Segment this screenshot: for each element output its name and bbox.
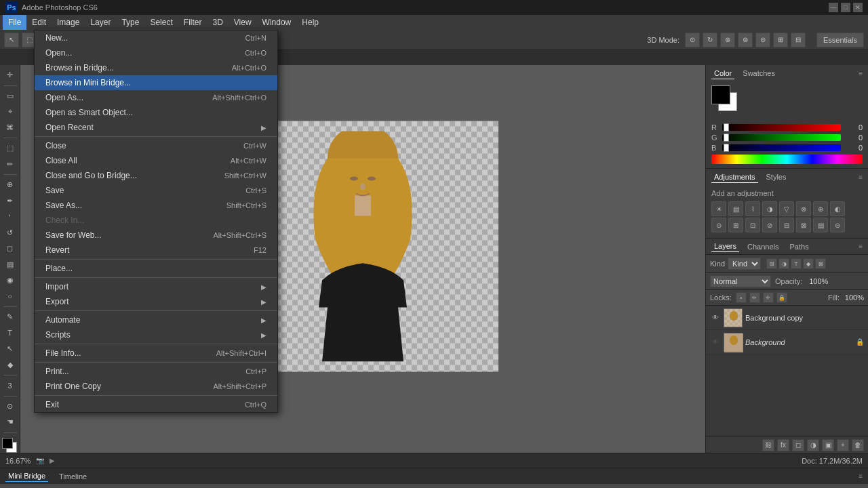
menu-export[interactable]: Export ▶ bbox=[35, 294, 277, 309]
menu-sep-4 bbox=[35, 310, 277, 311]
menu-print-one[interactable]: Print One Copy Alt+Shift+Ctrl+P bbox=[35, 379, 277, 394]
menu-open-smart[interactable]: Open as Smart Object... bbox=[35, 105, 277, 120]
menu-sep-1 bbox=[35, 136, 277, 137]
menu-file-info[interactable]: File Info... Alt+Shift+Ctrl+I bbox=[35, 346, 277, 361]
menu-file-info-label: File Info... bbox=[45, 348, 216, 358]
menu-browse-mini-bridge-label: Browse in Mini Bridge... bbox=[45, 78, 267, 87]
menu-print-label: Print... bbox=[45, 367, 245, 376]
menu-open-smart-label: Open as Smart Object... bbox=[45, 108, 267, 117]
menu-scripts[interactable]: Scripts ▶ bbox=[35, 327, 277, 342]
menu-open-recent-label: Open Recent bbox=[45, 123, 258, 132]
menu-open-recent-arrow: ▶ bbox=[261, 124, 267, 131]
menu-save-web[interactable]: Save for Web... Alt+Shift+Ctrl+S bbox=[35, 228, 277, 243]
menu-export-arrow: ▶ bbox=[261, 298, 267, 306]
menu-print-shortcut: Ctrl+P bbox=[245, 367, 267, 375]
menu-close-all[interactable]: Close All Alt+Ctrl+W bbox=[35, 153, 277, 168]
menu-browse-bridge-shortcut: Alt+Ctrl+O bbox=[232, 64, 267, 72]
menu-exit[interactable]: Exit Ctrl+Q bbox=[35, 397, 277, 412]
menu-open-as-label: Open As... bbox=[45, 93, 212, 102]
menu-automate-arrow: ▶ bbox=[261, 317, 267, 324]
menu-close-all-shortcut: Alt+Ctrl+W bbox=[231, 157, 267, 165]
menu-browse-bridge-label: Browse in Bridge... bbox=[45, 63, 232, 73]
menu-sep-5 bbox=[35, 344, 277, 344]
menu-browse-mini-bridge[interactable]: Browse in Mini Bridge... bbox=[35, 75, 277, 90]
menu-save-web-label: Save for Web... bbox=[45, 230, 213, 240]
menu-sep-2 bbox=[35, 259, 277, 260]
menu-save-web-shortcut: Alt+Shift+Ctrl+S bbox=[213, 231, 267, 239]
menu-close-goto-bridge-label: Close and Go to Bridge... bbox=[45, 171, 224, 180]
menu-sep-7 bbox=[35, 395, 277, 396]
menu-scripts-label: Scripts bbox=[45, 330, 258, 340]
menu-new-label: New... bbox=[45, 33, 245, 43]
menu-print-one-shortcut: Alt+Shift+Ctrl+P bbox=[213, 382, 267, 390]
menu-revert[interactable]: Revert F12 bbox=[35, 243, 277, 258]
menu-exit-label: Exit bbox=[45, 400, 245, 409]
menu-close-goto-bridge-shortcut: Shift+Ctrl+W bbox=[224, 171, 267, 180]
menu-exit-shortcut: Ctrl+Q bbox=[245, 401, 267, 409]
menu-revert-label: Revert bbox=[45, 245, 254, 255]
menu-automate-label: Automate bbox=[45, 315, 258, 325]
menu-open-label: Open... bbox=[45, 48, 245, 58]
menu-open-recent[interactable]: Open Recent ▶ bbox=[35, 120, 277, 135]
menu-sep-3 bbox=[35, 277, 277, 278]
menu-close-shortcut: Ctrl+W bbox=[243, 142, 267, 150]
menu-save[interactable]: Save Ctrl+S bbox=[35, 183, 277, 198]
menu-new-shortcut: Ctrl+N bbox=[245, 34, 267, 42]
menu-browse-bridge[interactable]: Browse in Bridge... Alt+Ctrl+O bbox=[35, 60, 277, 75]
file-dropdown-menu: New... Ctrl+N Open... Ctrl+O Browse in B… bbox=[34, 30, 278, 413]
menu-place-label: Place... bbox=[45, 264, 267, 273]
menu-save-label: Save bbox=[45, 186, 245, 195]
menu-open-as[interactable]: Open As... Alt+Shift+Ctrl+O bbox=[35, 90, 277, 105]
menu-import[interactable]: Import ▶ bbox=[35, 279, 277, 294]
menu-save-as[interactable]: Save As... Shift+Ctrl+S bbox=[35, 198, 277, 213]
dropdown-overlay: New... Ctrl+N Open... Ctrl+O Browse in B… bbox=[0, 0, 868, 488]
menu-place[interactable]: Place... bbox=[35, 261, 277, 276]
menu-save-as-shortcut: Shift+Ctrl+S bbox=[226, 201, 267, 209]
menu-close-all-label: Close All bbox=[45, 156, 231, 165]
menu-open-as-shortcut: Alt+Shift+Ctrl+O bbox=[212, 94, 267, 102]
menu-save-shortcut: Ctrl+S bbox=[245, 186, 267, 195]
menu-close-goto-bridge[interactable]: Close and Go to Bridge... Shift+Ctrl+W bbox=[35, 168, 277, 183]
menu-check-in-label: Check In... bbox=[45, 216, 267, 225]
menu-new[interactable]: New... Ctrl+N bbox=[35, 30, 277, 45]
menu-scripts-arrow: ▶ bbox=[261, 331, 267, 339]
menu-open[interactable]: Open... Ctrl+O bbox=[35, 45, 277, 60]
menu-file-info-shortcut: Alt+Shift+Ctrl+I bbox=[216, 349, 267, 357]
menu-print-one-label: Print One Copy bbox=[45, 382, 213, 391]
menu-close-label: Close bbox=[45, 141, 243, 150]
menu-save-as-label: Save As... bbox=[45, 201, 226, 210]
menu-close[interactable]: Close Ctrl+W bbox=[35, 138, 277, 153]
menu-sep-6 bbox=[35, 362, 277, 363]
menu-export-label: Export bbox=[45, 297, 258, 306]
menu-print[interactable]: Print... Ctrl+P bbox=[35, 364, 277, 379]
menu-open-shortcut: Ctrl+O bbox=[245, 49, 267, 57]
menu-automate[interactable]: Automate ▶ bbox=[35, 312, 277, 327]
menu-import-arrow: ▶ bbox=[261, 283, 267, 291]
menu-revert-shortcut: F12 bbox=[254, 246, 267, 254]
menu-check-in[interactable]: Check In... bbox=[35, 213, 277, 228]
menu-import-label: Import bbox=[45, 282, 258, 291]
